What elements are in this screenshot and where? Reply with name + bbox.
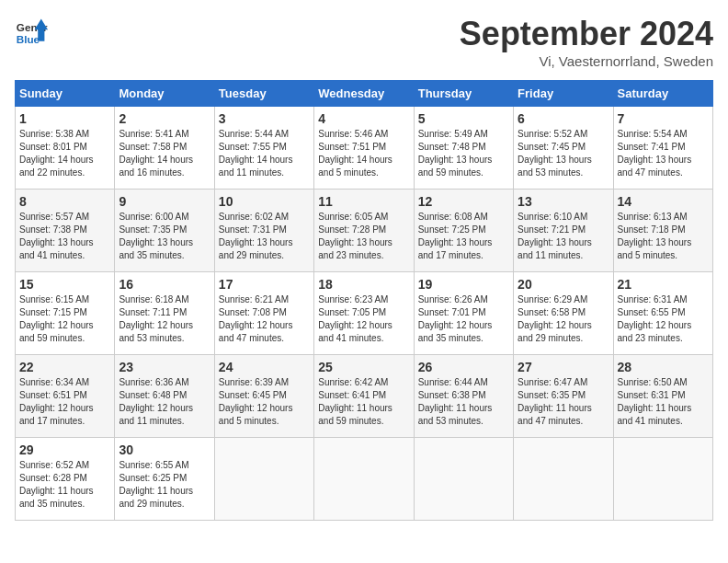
day-info: Sunrise: 6:26 AMSunset: 7:01 PMDaylight:… xyxy=(418,293,509,345)
day-number: 20 xyxy=(518,277,609,292)
logo: General Blue xyxy=(15,15,48,48)
day-cell: 8Sunrise: 5:57 AMSunset: 7:38 PMDaylight… xyxy=(16,190,115,272)
day-info: Sunrise: 6:10 AMSunset: 7:21 PMDaylight:… xyxy=(518,211,609,262)
day-number: 25 xyxy=(318,360,409,374)
day-cell: 1Sunrise: 5:38 AMSunset: 8:01 PMDaylight… xyxy=(16,107,115,190)
day-cell: 24Sunrise: 6:39 AMSunset: 6:45 PMDayligh… xyxy=(214,355,313,438)
col-header-sunday: Sunday xyxy=(16,81,115,107)
week-row-4: 22Sunrise: 6:34 AMSunset: 6:51 PMDayligh… xyxy=(16,355,713,438)
day-cell: 14Sunrise: 6:13 AMSunset: 7:18 PMDayligh… xyxy=(613,190,712,272)
day-cell: 15Sunrise: 6:15 AMSunset: 7:15 PMDayligh… xyxy=(16,272,115,355)
day-number: 10 xyxy=(219,194,310,209)
day-info: Sunrise: 6:02 AMSunset: 7:31 PMDaylight:… xyxy=(219,211,310,262)
day-info: Sunrise: 6:08 AMSunset: 7:25 PMDaylight:… xyxy=(418,211,509,262)
svg-text:Blue: Blue xyxy=(17,33,40,45)
calendar-table: SundayMondayTuesdayWednesdayThursdayFrid… xyxy=(15,80,713,521)
day-cell: 6Sunrise: 5:52 AMSunset: 7:45 PMDaylight… xyxy=(514,107,613,190)
day-info: Sunrise: 6:44 AMSunset: 6:38 PMDaylight:… xyxy=(418,376,509,428)
day-info: Sunrise: 6:50 AMSunset: 6:31 PMDaylight:… xyxy=(618,376,709,428)
day-info: Sunrise: 6:15 AMSunset: 7:15 PMDaylight:… xyxy=(19,293,110,345)
day-info: Sunrise: 6:36 AMSunset: 6:48 PMDaylight:… xyxy=(119,376,210,428)
day-cell: 4Sunrise: 5:46 AMSunset: 7:51 PMDaylight… xyxy=(314,107,414,190)
day-cell: 29Sunrise: 6:52 AMSunset: 6:28 PMDayligh… xyxy=(16,438,115,521)
day-cell xyxy=(314,438,414,521)
col-header-saturday: Saturday xyxy=(613,81,712,107)
week-row-1: 1Sunrise: 5:38 AMSunset: 8:01 PMDaylight… xyxy=(16,107,713,190)
day-info: Sunrise: 5:41 AMSunset: 7:58 PMDaylight:… xyxy=(119,128,210,179)
day-number: 18 xyxy=(318,277,409,292)
week-row-5: 29Sunrise: 6:52 AMSunset: 6:28 PMDayligh… xyxy=(16,438,713,521)
day-number: 28 xyxy=(618,360,709,374)
day-cell: 7Sunrise: 5:54 AMSunset: 7:41 PMDaylight… xyxy=(613,107,712,190)
day-number: 8 xyxy=(19,194,110,209)
day-number: 22 xyxy=(19,360,110,374)
day-info: Sunrise: 6:18 AMSunset: 7:11 PMDaylight:… xyxy=(119,293,210,345)
calendar-subtitle: Vi, Vaesternorrland, Sweden xyxy=(460,53,713,69)
day-cell: 27Sunrise: 6:47 AMSunset: 6:35 PMDayligh… xyxy=(514,355,613,438)
day-number: 26 xyxy=(418,360,509,374)
col-header-friday: Friday xyxy=(514,81,613,107)
day-number: 1 xyxy=(19,111,110,126)
day-number: 3 xyxy=(219,111,310,126)
day-info: Sunrise: 6:21 AMSunset: 7:08 PMDaylight:… xyxy=(219,293,310,345)
day-info: Sunrise: 6:23 AMSunset: 7:05 PMDaylight:… xyxy=(318,293,409,345)
day-cell: 16Sunrise: 6:18 AMSunset: 7:11 PMDayligh… xyxy=(115,272,214,355)
day-cell: 25Sunrise: 6:42 AMSunset: 6:41 PMDayligh… xyxy=(314,355,414,438)
day-number: 5 xyxy=(418,111,509,126)
day-info: Sunrise: 6:52 AMSunset: 6:28 PMDaylight:… xyxy=(19,459,110,511)
col-header-thursday: Thursday xyxy=(414,81,513,107)
day-number: 4 xyxy=(318,111,409,126)
day-cell: 12Sunrise: 6:08 AMSunset: 7:25 PMDayligh… xyxy=(414,190,513,272)
day-info: Sunrise: 6:39 AMSunset: 6:45 PMDaylight:… xyxy=(219,376,310,428)
day-number: 27 xyxy=(518,360,609,374)
day-cell: 22Sunrise: 6:34 AMSunset: 6:51 PMDayligh… xyxy=(16,355,115,438)
day-cell: 10Sunrise: 6:02 AMSunset: 7:31 PMDayligh… xyxy=(214,190,313,272)
day-info: Sunrise: 5:44 AMSunset: 7:55 PMDaylight:… xyxy=(219,128,310,179)
day-cell: 21Sunrise: 6:31 AMSunset: 6:55 PMDayligh… xyxy=(613,272,712,355)
day-cell: 20Sunrise: 6:29 AMSunset: 6:58 PMDayligh… xyxy=(514,272,613,355)
day-cell: 2Sunrise: 5:41 AMSunset: 7:58 PMDaylight… xyxy=(115,107,214,190)
day-cell: 23Sunrise: 6:36 AMSunset: 6:48 PMDayligh… xyxy=(115,355,214,438)
day-cell: 5Sunrise: 5:49 AMSunset: 7:48 PMDaylight… xyxy=(414,107,513,190)
title-block: September 2024 Vi, Vaesternorrland, Swed… xyxy=(460,15,713,69)
page-header: General Blue September 2024 Vi, Vaestern… xyxy=(15,15,713,69)
day-cell: 26Sunrise: 6:44 AMSunset: 6:38 PMDayligh… xyxy=(414,355,513,438)
col-header-monday: Monday xyxy=(115,81,214,107)
day-number: 17 xyxy=(219,277,310,292)
day-info: Sunrise: 6:47 AMSunset: 6:35 PMDaylight:… xyxy=(518,376,609,428)
day-cell xyxy=(214,438,313,521)
day-number: 30 xyxy=(119,442,210,457)
day-number: 14 xyxy=(618,194,709,209)
day-number: 6 xyxy=(518,111,609,126)
day-cell: 11Sunrise: 6:05 AMSunset: 7:28 PMDayligh… xyxy=(314,190,414,272)
day-number: 12 xyxy=(418,194,509,209)
day-info: Sunrise: 6:29 AMSunset: 6:58 PMDaylight:… xyxy=(518,293,609,345)
day-info: Sunrise: 5:52 AMSunset: 7:45 PMDaylight:… xyxy=(518,128,609,179)
calendar-body: 1Sunrise: 5:38 AMSunset: 8:01 PMDaylight… xyxy=(16,107,713,521)
calendar-header-row: SundayMondayTuesdayWednesdayThursdayFrid… xyxy=(16,81,713,107)
day-info: Sunrise: 6:05 AMSunset: 7:28 PMDaylight:… xyxy=(318,211,409,262)
day-cell: 3Sunrise: 5:44 AMSunset: 7:55 PMDaylight… xyxy=(214,107,313,190)
day-cell xyxy=(414,438,513,521)
logo-icon: General Blue xyxy=(15,15,48,48)
day-number: 16 xyxy=(119,277,210,292)
day-number: 9 xyxy=(119,194,210,209)
day-info: Sunrise: 6:55 AMSunset: 6:25 PMDaylight:… xyxy=(119,459,210,511)
day-info: Sunrise: 6:34 AMSunset: 6:51 PMDaylight:… xyxy=(19,376,110,428)
day-cell: 30Sunrise: 6:55 AMSunset: 6:25 PMDayligh… xyxy=(115,438,214,521)
day-number: 13 xyxy=(518,194,609,209)
day-cell xyxy=(613,438,712,521)
day-info: Sunrise: 6:13 AMSunset: 7:18 PMDaylight:… xyxy=(618,211,709,262)
day-number: 19 xyxy=(418,277,509,292)
day-info: Sunrise: 5:49 AMSunset: 7:48 PMDaylight:… xyxy=(418,128,509,179)
day-info: Sunrise: 6:42 AMSunset: 6:41 PMDaylight:… xyxy=(318,376,409,428)
day-info: Sunrise: 5:54 AMSunset: 7:41 PMDaylight:… xyxy=(618,128,709,179)
day-cell: 9Sunrise: 6:00 AMSunset: 7:35 PMDaylight… xyxy=(115,190,214,272)
col-header-tuesday: Tuesday xyxy=(214,81,313,107)
day-info: Sunrise: 6:00 AMSunset: 7:35 PMDaylight:… xyxy=(119,211,210,262)
day-number: 29 xyxy=(19,442,110,457)
calendar-title: September 2024 xyxy=(460,15,713,53)
day-cell: 28Sunrise: 6:50 AMSunset: 6:31 PMDayligh… xyxy=(613,355,712,438)
day-cell: 13Sunrise: 6:10 AMSunset: 7:21 PMDayligh… xyxy=(514,190,613,272)
day-number: 21 xyxy=(618,277,709,292)
